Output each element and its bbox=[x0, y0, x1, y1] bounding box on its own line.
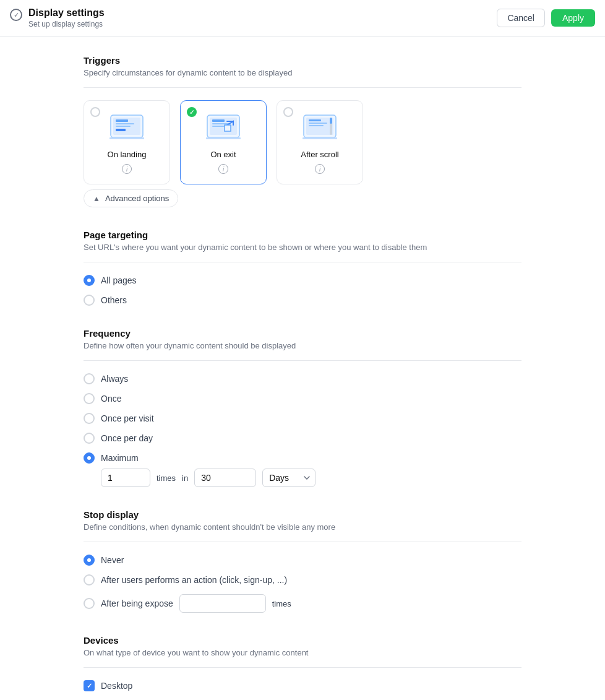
checkbox-desktop bbox=[84, 680, 95, 691]
radio-once bbox=[84, 393, 95, 404]
svg-rect-19 bbox=[330, 118, 332, 124]
triggers-section: Triggers Specify circumstances for dynam… bbox=[84, 55, 521, 207]
trigger-info-on-exit[interactable]: i bbox=[218, 164, 228, 174]
stop-after-expose[interactable]: After being expose bbox=[84, 598, 173, 609]
trigger-card-on-landing[interactable]: On landing i bbox=[84, 100, 170, 184]
header-left: ✓ Display settings Set up display settin… bbox=[10, 7, 105, 28]
page-targeting-desc: Set URL's where you want your dynamic co… bbox=[84, 243, 521, 252]
radio-after-action-label: After users performs an action (click, s… bbox=[101, 575, 287, 585]
trigger-label-after-scroll: After scroll bbox=[301, 150, 338, 159]
radio-once-per-day-label: Once per day bbox=[101, 433, 153, 443]
radio-maximum-label: Maximum bbox=[101, 453, 139, 463]
trigger-radio-after-scroll bbox=[283, 107, 293, 117]
radio-always-label: Always bbox=[101, 374, 128, 384]
cancel-button[interactable]: Cancel bbox=[497, 9, 545, 27]
days-value-input[interactable] bbox=[194, 469, 256, 487]
page-targeting-radio-group: All pages Others bbox=[84, 275, 521, 306]
stop-display-title: Stop display bbox=[84, 509, 521, 520]
svg-rect-4 bbox=[116, 126, 131, 127]
radio-all-pages-label: All pages bbox=[101, 275, 137, 285]
stop-never[interactable]: Never bbox=[84, 555, 521, 566]
trigger-radio-on-exit bbox=[187, 107, 197, 117]
trigger-info-after-scroll[interactable]: i bbox=[315, 164, 325, 174]
radio-always bbox=[84, 373, 95, 384]
stop-display-desc: Define conditions, when dynamic content … bbox=[84, 522, 521, 532]
times-label: times bbox=[157, 473, 176, 483]
triggers-desc: Specify circumstances for dynamic conten… bbox=[84, 68, 521, 77]
svg-rect-20 bbox=[302, 137, 337, 139]
radio-once-per-day bbox=[84, 433, 95, 444]
radio-once-label: Once bbox=[101, 394, 121, 404]
main-content: Triggers Specify circumstances for dynam… bbox=[74, 37, 531, 700]
radio-after-action bbox=[84, 574, 95, 585]
svg-rect-16 bbox=[309, 123, 327, 124]
in-label: in bbox=[182, 473, 188, 483]
advanced-options-button[interactable]: ▲ Advanced options bbox=[84, 189, 178, 207]
svg-rect-3 bbox=[116, 123, 134, 124]
frequency-once-per-visit[interactable]: Once per visit bbox=[84, 413, 521, 424]
radio-after-expose bbox=[84, 598, 95, 609]
stop-display-section: Stop display Define conditions, when dyn… bbox=[84, 509, 521, 613]
trigger-card-after-scroll[interactable]: After scroll i bbox=[277, 100, 363, 184]
devices-divider bbox=[84, 667, 521, 668]
stop-display-divider bbox=[84, 542, 521, 542]
radio-all-pages bbox=[84, 275, 95, 286]
checkbox-desktop-label: Desktop bbox=[101, 681, 132, 691]
frequency-maximum[interactable]: Maximum bbox=[84, 452, 521, 464]
stop-after-expose-row: After being expose times bbox=[84, 594, 521, 613]
devices-title: Devices bbox=[84, 635, 521, 646]
svg-rect-15 bbox=[309, 119, 321, 121]
expose-value-input[interactable] bbox=[179, 594, 266, 613]
on-exit-icon bbox=[202, 111, 245, 145]
radio-once-per-visit-label: Once per visit bbox=[101, 413, 154, 423]
devices-checkbox-group: Desktop Mobile bbox=[84, 680, 521, 700]
svg-rect-17 bbox=[309, 125, 324, 126]
trigger-radio-on-landing bbox=[90, 107, 100, 117]
apply-button[interactable]: Apply bbox=[551, 9, 595, 27]
after-scroll-icon bbox=[298, 111, 341, 145]
stop-after-action[interactable]: After users performs an action (click, s… bbox=[84, 574, 521, 585]
page-targeting-all-pages[interactable]: All pages bbox=[84, 275, 521, 286]
frequency-desc: Define how often your dynamic content sh… bbox=[84, 341, 521, 350]
frequency-maximum-group: Maximum times in Days Weeks Months bbox=[84, 452, 521, 487]
page-targeting-section: Page targeting Set URL's where you want … bbox=[84, 230, 521, 306]
trigger-label-on-landing: On landing bbox=[108, 150, 147, 159]
trigger-label-on-exit: On exit bbox=[210, 150, 236, 159]
triggers-title: Triggers bbox=[84, 55, 521, 66]
page-targeting-title: Page targeting bbox=[84, 230, 521, 240]
on-landing-icon bbox=[105, 111, 148, 145]
radio-maximum bbox=[84, 452, 95, 464]
page-targeting-others[interactable]: Others bbox=[84, 295, 521, 306]
days-select[interactable]: Days Weeks Months bbox=[262, 469, 315, 487]
page-targeting-divider bbox=[84, 262, 521, 262]
triggers-divider bbox=[84, 87, 521, 88]
header-title-group: Display settings Set up display settings bbox=[28, 7, 105, 28]
svg-rect-6 bbox=[109, 137, 144, 139]
check-icon: ✓ bbox=[10, 9, 22, 21]
radio-never-label: Never bbox=[101, 555, 124, 565]
expose-times-label: times bbox=[272, 599, 291, 608]
trigger-info-on-landing[interactable]: i bbox=[122, 164, 132, 174]
frequency-once-per-day[interactable]: Once per day bbox=[84, 433, 521, 444]
page-title: Display settings bbox=[28, 7, 105, 19]
stop-display-radio-group: Never After users performs an action (cl… bbox=[84, 555, 521, 613]
device-desktop[interactable]: Desktop bbox=[84, 680, 521, 691]
svg-rect-2 bbox=[116, 119, 128, 122]
maximum-inputs-row: times in Days Weeks Months bbox=[101, 469, 521, 487]
radio-after-expose-label: After being expose bbox=[101, 598, 173, 608]
devices-section: Devices On what type of device you want … bbox=[84, 635, 521, 700]
header: ✓ Display settings Set up display settin… bbox=[0, 0, 605, 37]
frequency-divider bbox=[84, 360, 521, 361]
frequency-title: Frequency bbox=[84, 328, 521, 339]
max-value-input[interactable] bbox=[101, 469, 150, 487]
radio-once-per-visit bbox=[84, 413, 95, 424]
header-actions: Cancel Apply bbox=[497, 9, 595, 27]
trigger-cards: On landing i bbox=[84, 100, 521, 184]
trigger-card-on-exit[interactable]: On exit i bbox=[180, 100, 267, 184]
adv-chevron-icon: ▲ bbox=[93, 194, 100, 203]
svg-rect-5 bbox=[116, 129, 126, 131]
radio-never bbox=[84, 555, 95, 566]
frequency-once[interactable]: Once bbox=[84, 393, 521, 404]
page-subtitle: Set up display settings bbox=[28, 20, 105, 28]
frequency-always[interactable]: Always bbox=[84, 373, 521, 384]
